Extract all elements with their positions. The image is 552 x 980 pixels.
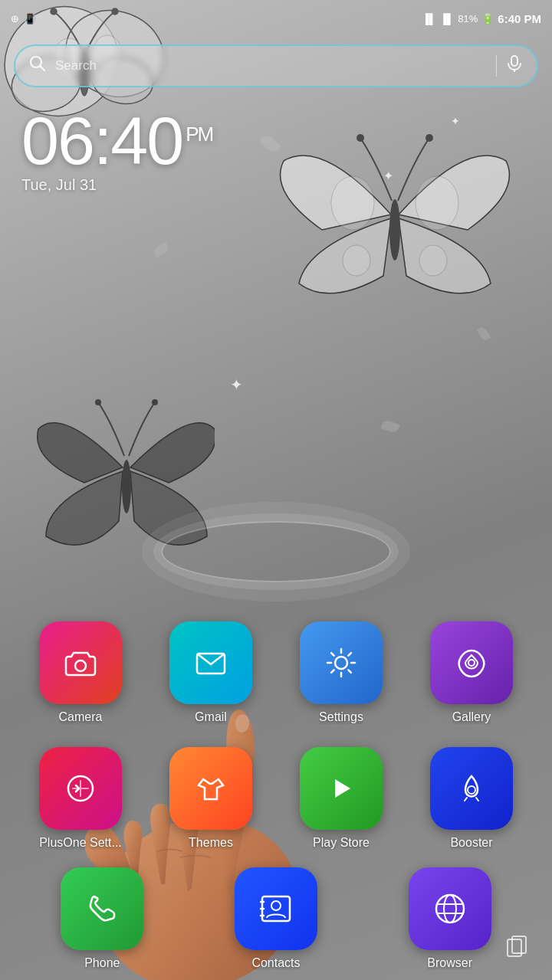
settings-icon — [300, 621, 383, 704]
svg-point-9 — [389, 199, 400, 261]
play-icon — [300, 747, 383, 830]
svg-point-25 — [335, 657, 347, 669]
svg-point-14 — [343, 245, 370, 276]
browser-label: Browser — [427, 956, 472, 970]
svg-point-17 — [95, 399, 101, 405]
settings-label: Settings — [319, 710, 363, 724]
svg-point-10 — [356, 134, 364, 142]
gallery-label: Gallery — [452, 710, 491, 724]
water-ripple-decoration — [161, 521, 391, 582]
svg-point-11 — [426, 134, 433, 142]
svg-point-30 — [271, 901, 281, 910]
clock-time: 06:40PM — [21, 107, 212, 175]
app-phone[interactable]: Phone — [48, 867, 156, 970]
plusone-icon — [39, 747, 122, 830]
svg-point-18 — [152, 399, 158, 405]
dock: Phone Contacts Browser — [0, 873, 552, 980]
butterfly-decoration-main — [261, 92, 529, 337]
sparkle-decoration: ✦ — [383, 169, 393, 183]
svg-point-13 — [416, 176, 458, 230]
app-browser[interactable]: Browser — [396, 867, 504, 970]
browser-icon — [409, 867, 491, 950]
gmail-label: Gmail — [195, 710, 227, 724]
search-icon — [29, 55, 46, 77]
signal-icon-1: ▐▌ — [422, 13, 435, 25]
booster-icon — [430, 747, 513, 830]
app-row-2: PlusOne Sett... Themes Play Store — [15, 747, 537, 850]
search-bar[interactable]: Search — [14, 44, 538, 87]
themes-label: Themes — [189, 836, 233, 850]
svg-point-28 — [468, 786, 475, 794]
search-divider — [496, 55, 497, 77]
app-contacts[interactable]: Contacts — [222, 867, 330, 970]
app-grid: Camera Gmail Settings — [0, 621, 552, 873]
battery-percent: 81% — [458, 13, 478, 25]
status-time: 6:40 PM — [498, 12, 541, 25]
svg-point-23 — [75, 660, 86, 671]
camera-label: Camera — [59, 710, 103, 724]
clock-display: 06:40PM Tue, Jul 31 — [21, 107, 212, 194]
status-right: ▐▌ ▐▌ 81% 🔋 6:40 PM — [422, 12, 541, 25]
app-camera[interactable]: Camera — [27, 621, 134, 724]
contacts-icon — [235, 867, 317, 950]
notification-icon: ⊕ — [11, 13, 19, 25]
gmail-icon — [169, 621, 252, 704]
phone-label: Phone — [84, 956, 120, 970]
themes-app-icon — [169, 747, 252, 830]
svg-point-12 — [331, 176, 374, 230]
battery-icon: 🔋 — [481, 13, 494, 25]
signal-icon-2: ▐▌ — [440, 13, 454, 25]
phone-icon — [61, 867, 143, 950]
camera-icon — [39, 621, 122, 704]
play-label: Play Store — [313, 836, 370, 850]
app-themes[interactable]: Themes — [157, 747, 264, 850]
app-row-1: Camera Gmail Settings — [15, 621, 537, 724]
app-booster[interactable]: Booster — [418, 747, 525, 850]
app-gallery[interactable]: Gallery — [418, 621, 525, 724]
svg-line-20 — [41, 67, 45, 71]
svg-point-35 — [444, 895, 456, 923]
sparkle-decoration: ✦ — [451, 115, 460, 127]
svg-rect-21 — [511, 56, 518, 66]
app-plusone[interactable]: PlusOne Sett... — [27, 747, 134, 850]
svg-point-16 — [122, 460, 131, 513]
status-bar: ⊕ 📳 ▐▌ ▐▌ 81% 🔋 6:40 PM — [0, 0, 552, 37]
gallery-icon — [430, 621, 513, 704]
app-settings[interactable]: Settings — [288, 621, 395, 724]
device-icon: 📳 — [24, 13, 36, 25]
clock-date: Tue, Jul 31 — [21, 176, 212, 194]
sparkle-decoration: ✦ — [230, 375, 243, 394]
svg-point-34 — [436, 895, 464, 923]
status-left: ⊕ 📳 — [11, 13, 36, 25]
plusone-label: PlusOne Sett... — [39, 836, 122, 850]
contacts-label: Contacts — [251, 956, 300, 970]
app-play[interactable]: Play Store — [288, 747, 395, 850]
mic-icon[interactable] — [506, 55, 523, 77]
booster-label: Booster — [450, 836, 492, 850]
svg-point-15 — [419, 245, 447, 276]
svg-point-26 — [468, 660, 475, 666]
app-gmail[interactable]: Gmail — [157, 621, 264, 724]
recents-button[interactable] — [506, 935, 529, 963]
search-input[interactable]: Search — [55, 58, 487, 74]
